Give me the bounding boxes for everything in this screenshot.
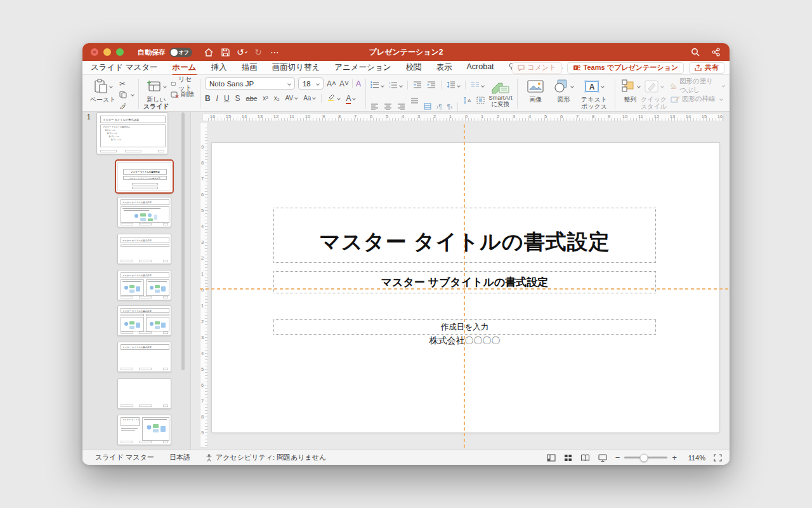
zoom-slider-knob[interactable] bbox=[640, 453, 648, 462]
font-name-select[interactable]: Noto Sans JP bbox=[205, 77, 295, 90]
picture-button[interactable]: 画像 bbox=[521, 77, 549, 103]
zoom-in-button[interactable]: + bbox=[672, 453, 677, 462]
bold-button[interactable]: B bbox=[205, 94, 211, 103]
tab-transitions[interactable]: 画面切り替え bbox=[272, 61, 321, 74]
home-icon[interactable] bbox=[204, 47, 214, 57]
decrease-font-button[interactable]: A˅ bbox=[339, 79, 349, 88]
zoom-percentage[interactable]: 114% bbox=[685, 454, 705, 462]
line-spacing-button[interactable] bbox=[447, 79, 460, 91]
undo-chevron-icon[interactable] bbox=[245, 51, 247, 53]
ltr-paragraph-button[interactable]: ›¶ bbox=[436, 104, 442, 110]
undo-icon[interactable]: ↺ bbox=[237, 47, 247, 57]
textbox-button[interactable]: A テキストボックス bbox=[577, 77, 610, 110]
format-painter-button[interactable] bbox=[119, 101, 134, 110]
delete-button[interactable]: 削除 bbox=[171, 90, 195, 99]
comments-button[interactable]: コメント bbox=[512, 62, 562, 74]
columns-button[interactable] bbox=[471, 79, 484, 91]
slide-sorter-button[interactable] bbox=[564, 454, 572, 462]
tab-review[interactable]: 校閲 bbox=[405, 61, 422, 74]
subscript-button[interactable]: x₂ bbox=[274, 95, 280, 102]
tab-view[interactable]: 表示 bbox=[435, 61, 452, 74]
rtl-paragraph-button[interactable]: ¶‹ bbox=[447, 104, 453, 110]
tab-draw[interactable]: 描画 bbox=[241, 61, 258, 74]
numbering-button[interactable]: 12 bbox=[389, 79, 402, 91]
copy-chevron-icon[interactable] bbox=[131, 93, 134, 97]
increase-font-button[interactable]: A˄ bbox=[327, 79, 336, 88]
bullets-button[interactable] bbox=[370, 79, 384, 91]
thumbnail-title-and-content[interactable]: マスター タイトルの書式設定 bbox=[117, 197, 171, 227]
thumbnail-title-only[interactable]: マスター タイトルの書式設定 bbox=[117, 342, 171, 372]
fullscreen-button[interactable] bbox=[116, 48, 124, 56]
status-view-name[interactable]: スライド マスター bbox=[95, 453, 154, 462]
textbox-chevron-icon[interactable] bbox=[601, 84, 605, 88]
subtitle-placeholder[interactable]: マスター サブタイトルの書式設定 bbox=[273, 271, 656, 293]
shapes-button[interactable]: 図形 bbox=[549, 77, 577, 103]
thumbnail-comparison[interactable]: マスター タイトルの書式設定 bbox=[117, 305, 171, 336]
save-icon[interactable] bbox=[220, 47, 230, 57]
tab-home[interactable]: ホーム bbox=[172, 61, 197, 74]
teams-present-button[interactable]: T Teams でプレゼンテーション bbox=[567, 62, 684, 74]
slide-canvas[interactable]: マスター タイトルの書式設定 マスター サブタイトルの書式設定 作成日を入力 株… bbox=[212, 143, 719, 432]
superscript-button[interactable]: x² bbox=[263, 95, 268, 102]
highlight-button[interactable] bbox=[327, 93, 340, 103]
thumbnail-two-content[interactable]: マスター タイトルの書式設定 bbox=[117, 270, 171, 300]
new-slide-button[interactable]: 新しいスライド bbox=[143, 77, 169, 110]
underline-button[interactable]: U bbox=[224, 94, 230, 103]
paste-button[interactable]: ペースト bbox=[89, 77, 117, 103]
search-icon[interactable] bbox=[690, 47, 700, 57]
increase-indent-button[interactable] bbox=[427, 79, 436, 91]
thumbnail-scrollbar[interactable] bbox=[181, 112, 185, 370]
fit-slide-button[interactable] bbox=[714, 454, 722, 462]
align-center-button[interactable] bbox=[384, 101, 392, 112]
shapes-chevron-icon[interactable] bbox=[570, 84, 574, 88]
distribute-button[interactable] bbox=[424, 101, 431, 112]
align-right-button[interactable] bbox=[397, 101, 405, 112]
date-placeholder[interactable]: 作成日を入力 bbox=[273, 319, 656, 335]
reading-view-button[interactable] bbox=[580, 454, 590, 462]
thumbnail-title-slide[interactable]: マスター タイトルの書式設定 マスター サブタイトルの書式設定 bbox=[115, 159, 174, 194]
zoom-out-button[interactable]: − bbox=[615, 453, 620, 462]
zoom-slider[interactable] bbox=[624, 457, 667, 458]
status-language[interactable]: 日本語 bbox=[169, 453, 190, 462]
share-button[interactable]: 共有 bbox=[689, 62, 724, 74]
decrease-indent-button[interactable] bbox=[413, 79, 422, 91]
thumbnail-master[interactable]: マスター タイトルの書式設定 マスター テキストの書式設定 第 2 レベル 第 … bbox=[96, 112, 168, 154]
tab-insert[interactable]: 挿入 bbox=[211, 61, 228, 74]
tab-acrobat[interactable]: Acrobat bbox=[466, 61, 494, 74]
tab-animations[interactable]: アニメーション bbox=[334, 61, 391, 74]
more-commands-icon[interactable]: ⋯ bbox=[270, 47, 280, 57]
normal-view-button[interactable] bbox=[547, 454, 556, 462]
thumbnail-section-header[interactable]: マスター タイトルの書式設定 bbox=[117, 234, 171, 264]
shape-fill-button[interactable]: 図形の塗りつぶし bbox=[671, 81, 724, 90]
h-ruler-number: 8 bbox=[592, 114, 594, 119]
tab-slide-master[interactable]: スライド マスター bbox=[90, 61, 159, 74]
font-color-button[interactable]: A bbox=[346, 94, 355, 103]
reset-button[interactable]: リセット bbox=[171, 79, 195, 88]
shape-outline-button[interactable]: 図形の枠線 bbox=[671, 95, 724, 104]
close-button[interactable] bbox=[91, 48, 98, 56]
paste-chevron-icon[interactable] bbox=[109, 84, 113, 88]
thumbnail-blank[interactable] bbox=[117, 378, 171, 409]
font-size-select[interactable]: 18 bbox=[298, 77, 324, 90]
slideshow-button[interactable] bbox=[598, 454, 607, 462]
change-case-button[interactable]: Aa bbox=[303, 95, 315, 102]
text-shadow-button[interactable]: S bbox=[235, 94, 240, 103]
clear-formatting-button[interactable]: A bbox=[356, 79, 361, 88]
share-menu-icon[interactable] bbox=[710, 47, 721, 57]
title-placeholder[interactable]: マスター タイトルの書式設定 bbox=[273, 208, 656, 263]
autosave-toggle[interactable]: オフ bbox=[169, 48, 192, 57]
arrange-button[interactable]: 整列 bbox=[620, 77, 641, 103]
italic-button[interactable]: I bbox=[216, 94, 218, 103]
smartart-button[interactable]: SmartArtに変換 bbox=[488, 77, 512, 110]
new-slide-chevron-icon[interactable] bbox=[163, 84, 167, 88]
copy-button[interactable] bbox=[119, 90, 134, 99]
thumbnail-content-with-caption[interactable]: マスター タイトルの 書式設定 bbox=[117, 415, 171, 445]
align-left-button[interactable] bbox=[370, 101, 379, 112]
strikethrough-button[interactable]: abc bbox=[246, 95, 258, 102]
accessibility-status[interactable]: アクセシビリティ: 問題ありません bbox=[206, 453, 326, 462]
quick-styles-button[interactable]: クイックスタイル bbox=[641, 77, 667, 110]
mini-footer bbox=[139, 404, 152, 407]
cut-button[interactable]: ✂ bbox=[119, 79, 134, 88]
character-spacing-button[interactable]: AV bbox=[285, 95, 298, 102]
minimize-button[interactable] bbox=[103, 48, 111, 56]
